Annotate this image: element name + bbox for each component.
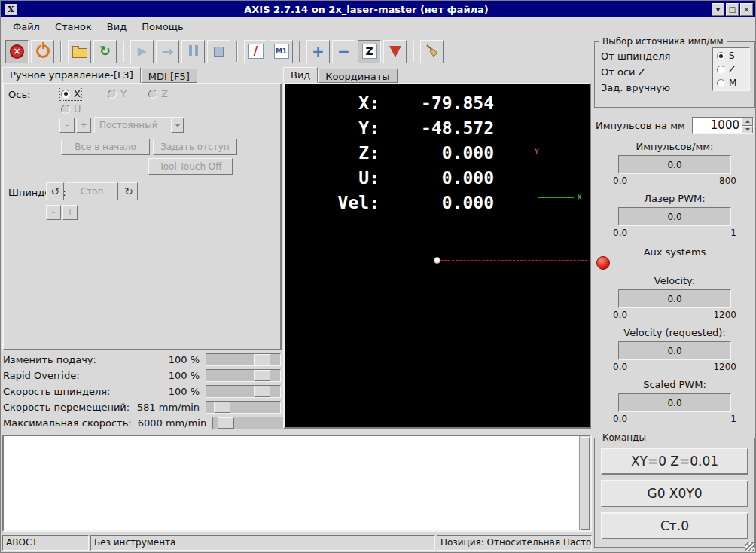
jog-minus-button[interactable]: - [59, 118, 75, 133]
estop-icon: × [10, 44, 24, 59]
preview-canvas[interactable]: X:-79.854 Y:-48.572 Z:0.000 U:0.000 Vel:… [283, 83, 591, 429]
statusbar: АВОСТ Без инструмента Позиция: Относител… [1, 535, 756, 551]
machine-power-button[interactable] [31, 40, 54, 63]
jog-speed-row: Скорость перемещений: 581 mm/min [2, 399, 282, 415]
tab-dro[interactable]: Координаты [318, 69, 397, 83]
slider-handle[interactable] [254, 354, 270, 365]
jog-plus-button[interactable]: + [76, 118, 91, 133]
spin-down-button[interactable] [742, 126, 753, 134]
app-icon: X [5, 4, 17, 15]
titlebar[interactable]: X AXIS 2.7.14 on 2x_laser-master (нет фа… [1, 1, 755, 17]
scrollbar-thumb[interactable] [581, 437, 590, 530]
rotate-view-button[interactable] [383, 40, 407, 63]
slider-handle[interactable] [254, 386, 270, 397]
jog-speed-slider[interactable] [206, 401, 281, 414]
skip-lines-button[interactable]: / [244, 40, 267, 63]
maximize-button[interactable]: □ [726, 3, 739, 16]
axis-radio-u[interactable]: U [61, 103, 81, 115]
axis-window: X AXIS 2.7.14 on 2x_laser-master (нет фа… [0, 0, 756, 553]
scaled-pwm-meter: Scaled PWM: 0.0 0.01 [594, 379, 755, 424]
source-manual-radio[interactable]: M [717, 78, 745, 88]
zoom-out-icon: − [337, 44, 350, 58]
radio-icon [108, 90, 117, 99]
clear-plot-button[interactable] [420, 40, 444, 63]
minimize-button[interactable]: ▾ [712, 3, 724, 16]
slider-handle[interactable] [214, 402, 230, 413]
right-panel: Выбор источника имп/мм От шпинделя От ос… [594, 38, 755, 536]
stop-button[interactable] [207, 40, 230, 63]
spindle-forward-button[interactable]: ↻ [120, 182, 138, 200]
feed-override-row: Изменить подачу: 100 % [2, 352, 282, 368]
toolbar-separator [299, 41, 300, 62]
velocity-requested-bar: 0.0 [618, 341, 731, 360]
spin-up-button[interactable] [742, 118, 753, 126]
status-estop: АВОСТ [2, 535, 89, 551]
menu-view[interactable]: Вид [101, 20, 133, 34]
view-z-button[interactable]: Z [358, 40, 381, 63]
resize-grip[interactable] [745, 542, 754, 551]
menu-file[interactable]: Файл [7, 20, 46, 34]
toolbar: × ↻ ▶ → / M1 + [1, 35, 593, 67]
g0-x0y0-button[interactable]: G0 X0Y0 [601, 480, 748, 507]
estop-button[interactable]: × [5, 40, 29, 63]
manual-control-body: Ось: X Y Z U - + Постоянный [2, 83, 282, 350]
pause-button[interactable] [181, 40, 205, 63]
tab-mdi[interactable]: MDI [F5] [141, 69, 197, 83]
zoom-in-icon: + [312, 44, 325, 58]
spindle-slower-button[interactable]: - [46, 205, 61, 220]
source-spindle-radio[interactable]: S [717, 50, 745, 61]
spindle-ccw-icon: ↺ [50, 186, 59, 197]
close-button[interactable]: × [740, 3, 753, 16]
optional-stop-button[interactable]: M1 [270, 40, 293, 63]
tab-preview[interactable]: Вид [283, 67, 318, 83]
history-scrollbar[interactable] [579, 436, 590, 530]
rapid-override-slider[interactable] [206, 369, 281, 382]
axis-radio-y[interactable]: Y [108, 88, 127, 99]
laser-pwm-min: 0.0 [613, 228, 627, 238]
axis-radio-z[interactable]: Z [148, 88, 168, 99]
spindle-reverse-button[interactable]: ↺ [46, 182, 64, 200]
axis-radio-u-label: U [74, 103, 81, 115]
jog-increment-combobox[interactable]: Постоянный [94, 117, 184, 133]
run-button[interactable]: ▶ [130, 40, 154, 63]
zoom-in-button[interactable]: + [306, 40, 330, 63]
pulses-meter-max: 800 [719, 176, 736, 186]
spindle-stop-button[interactable]: Стоп [66, 182, 118, 200]
stop-icon [214, 47, 224, 57]
slider-handle[interactable] [218, 417, 234, 429]
menu-machine[interactable]: Станок [49, 20, 98, 34]
zoom-out-button[interactable]: − [332, 40, 355, 63]
combobox-arrow[interactable] [171, 118, 184, 133]
velocity-min: 0.0 [613, 310, 627, 320]
run-icon: ▶ [138, 44, 147, 58]
scaled-pwm-bar: 0.0 [618, 393, 731, 412]
open-file-button[interactable] [68, 40, 91, 63]
source-zaxis-radio[interactable]: Z [717, 64, 745, 75]
velocity-requested-label: Velocity (requested): [594, 327, 755, 340]
reload-button[interactable]: ↻ [93, 40, 117, 63]
feed-override-slider[interactable] [206, 353, 281, 366]
tool-touch-off-button[interactable]: Tool Touch Off [148, 158, 233, 175]
spindle-override-slider[interactable] [206, 385, 281, 398]
home-all-button[interactable]: Все в начало [61, 139, 150, 155]
max-speed-row: Максимальная скорость: 6000 mm/min [2, 415, 282, 431]
y-axis-line [538, 158, 538, 198]
pulses-per-mm-spinbox[interactable]: 1000 [692, 117, 754, 134]
touch-off-button[interactable]: Задать отступ [153, 139, 237, 155]
pulses-per-mm-row: Импульсов на мм 1000 [596, 117, 754, 134]
spindle-faster-button[interactable]: + [62, 205, 78, 220]
xy-zero-button[interactable]: XY=0 Z=0.01 [601, 448, 748, 475]
menu-help[interactable]: Помощь [136, 20, 189, 34]
max-speed-slider[interactable] [212, 417, 288, 429]
axis-radio-x[interactable]: X [61, 88, 81, 99]
rapid-override-value: 100 % [169, 370, 200, 381]
velocity-meter: Velocity: 0.0 0.01200 [594, 275, 755, 320]
step-button[interactable]: → [156, 40, 179, 63]
tab-manual-control[interactable]: Ручное управление-[F3] [2, 67, 141, 83]
mdi-history-area[interactable] [2, 435, 592, 532]
spindle-override-row: Скорость шпинделя: 100 % [2, 383, 282, 399]
slider-handle[interactable] [254, 370, 270, 381]
power-icon [36, 44, 50, 58]
axis-label: Ось: [8, 89, 30, 100]
overrides-panel: Изменить подачу: 100 % Rapid Override: 1… [2, 352, 282, 430]
